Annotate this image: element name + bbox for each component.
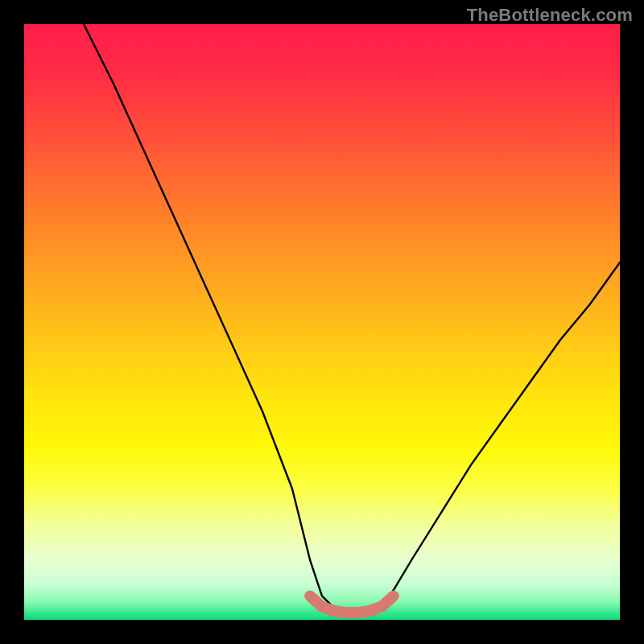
chart-svg: [24, 24, 620, 620]
chart-frame: TheBottleneck.com: [0, 0, 644, 644]
optimal-zone-line: [310, 596, 394, 613]
bottleneck-curve-line: [84, 24, 620, 614]
watermark-text: TheBottleneck.com: [467, 5, 633, 26]
plot-area: [24, 24, 620, 620]
